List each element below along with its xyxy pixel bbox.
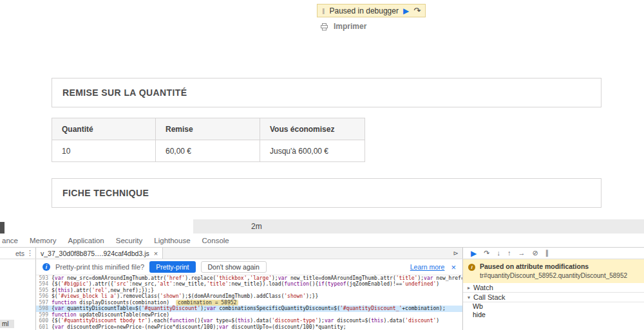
- print-label: Imprimer: [334, 22, 366, 31]
- pause-icon: ∥: [322, 8, 325, 14]
- column-header: Remise: [156, 118, 260, 140]
- column-header: Quantité: [52, 118, 156, 140]
- code-text: $(this).attr('rel',new_href);});}: [52, 288, 462, 293]
- more-options-icon[interactable]: ⋮: [26, 249, 33, 257]
- paused-label: Paused in debugger: [330, 6, 399, 15]
- devtools-tab-application[interactable]: Application: [62, 237, 109, 244]
- watch-section-header[interactable]: ▸ Watch: [463, 283, 644, 293]
- datasheet-section-heading-box: FICHE TECHNIQUE: [52, 178, 601, 208]
- editor-tabstrip: v_37_30d0f8b875….924caf4dbd3.js × ⊳: [36, 248, 462, 259]
- code-text: {$('#quantityDiscount tbody tr').each(fu…: [52, 318, 462, 324]
- line-number[interactable]: 595: [36, 288, 52, 293]
- step-out-icon[interactable]: ↑: [507, 250, 511, 257]
- call-stack-item[interactable]: hide: [463, 311, 644, 319]
- watch-label: Watch: [473, 284, 493, 291]
- step-over-icon[interactable]: ↷: [484, 250, 489, 257]
- pause-on-exceptions-icon[interactable]: ∥: [545, 250, 549, 257]
- navigator-cut-tab[interactable]: ets: [15, 250, 24, 257]
- code-line[interactable]: 593{var new_src=domAAroundImgThumb.attr(…: [36, 275, 462, 281]
- call-stack-section-header[interactable]: ▾ Call Stack: [463, 293, 644, 302]
- column-header: Vous économisez: [260, 118, 365, 140]
- code-line[interactable]: 601{var discountedPrice=newPrice-(newPri…: [36, 324, 462, 330]
- print-link[interactable]: Imprimer: [320, 22, 366, 31]
- call-stack-list: Wbhide: [463, 302, 644, 319]
- devtools-tab-lighthouse[interactable]: Lighthouse: [148, 237, 196, 244]
- line-number[interactable]: 601: [36, 324, 52, 330]
- devtools-tab-performance[interactable]: ance: [0, 237, 24, 244]
- close-icon[interactable]: ×: [451, 262, 456, 272]
- code-text: {var new_src=domAAroundImgThumb.attr('hr…: [52, 275, 462, 281]
- code-line[interactable]: 597function displayDiscounts(combination…: [36, 300, 462, 306]
- close-icon[interactable]: ×: [154, 250, 158, 257]
- learn-more-link[interactable]: Learn more: [410, 263, 445, 271]
- code-line[interactable]: 600{$('#quantityDiscount tbody tr').each…: [36, 318, 462, 324]
- pretty-print-infobar: i Pretty-print this minified file? Prett…: [36, 259, 462, 275]
- discount-table-header-row: QuantitéRemiseVous économisez: [52, 118, 365, 140]
- devtools-panel: anceMemoryApplicationSecurityLighthouseC…: [0, 234, 644, 330]
- table-cell: Jusqu'à 600,00 €: [260, 140, 365, 162]
- resume-icon[interactable]: ▶: [471, 250, 477, 257]
- line-number[interactable]: 598: [36, 306, 52, 311]
- devtools-tabbar: anceMemoryApplicationSecurityLighthouseC…: [0, 234, 644, 248]
- code-editor: 593{var new_src=domAAroundImgThumb.attr(…: [36, 275, 462, 330]
- datasheet-row: 2m: [193, 219, 644, 234]
- file-tab-label: v_37_30d0f8b875….924caf4dbd3.js: [41, 250, 149, 257]
- devtools-tab-memory[interactable]: Memory: [24, 237, 62, 244]
- line-number[interactable]: 597: [36, 300, 52, 306]
- line-number[interactable]: 600: [36, 318, 52, 324]
- code-text: function updateDiscountTable(newPrice): [52, 312, 462, 318]
- paused-banner: i Paused on attribute modifications tr#q…: [463, 259, 644, 283]
- devtools-tab-console[interactable]: Console: [196, 237, 235, 244]
- code-lines: 593{var new_src=domAAroundImgThumb.attr(…: [36, 275, 462, 330]
- dont-show-again-button[interactable]: Don't show again: [201, 261, 267, 273]
- paused-in-debugger-bar: ∥ Paused in debugger ▶ ↷: [317, 4, 426, 17]
- printer-icon: [320, 23, 328, 31]
- code-line[interactable]: 596$('#views_block li a').removeClass('s…: [36, 293, 462, 299]
- call-stack-item[interactable]: Wb: [463, 302, 644, 311]
- paused-banner-detail: tr#quantityDiscount_58952.quantityDiscou…: [480, 272, 639, 279]
- step-into-icon[interactable]: ↓: [497, 250, 500, 257]
- code-text: $('#views_block li a').removeClass('show…: [52, 293, 462, 299]
- table-cell: 60,00 €: [156, 140, 260, 162]
- chevron-right-icon: ▸: [468, 285, 470, 291]
- code-text: {var quantityDiscountTable=$('#quantityD…: [52, 306, 462, 311]
- pretty-print-button[interactable]: Pretty-print: [149, 261, 195, 273]
- info-icon: i: [43, 263, 50, 271]
- panel-toggle-icon[interactable]: ⊳: [453, 250, 459, 257]
- deactivate-breakpoints-icon[interactable]: ⊘: [532, 250, 538, 257]
- discount-section-heading-box: REMISE SUR LA QUANTITÉ: [52, 78, 601, 107]
- datasheet-section-title: FICHE TECHNIQUE: [62, 188, 149, 198]
- file-tab[interactable]: v_37_30d0f8b875….924caf4dbd3.js ×: [36, 248, 163, 259]
- discount-table: QuantitéRemiseVous économisez 1060,00 €J…: [52, 118, 365, 162]
- discount-table-body: 1060,00 €Jusqu'à 600,00 €: [52, 140, 365, 162]
- code-text: {var discountedPrice=newPrice-(newPrice*…: [52, 324, 462, 330]
- line-number[interactable]: 594: [36, 281, 52, 287]
- line-number[interactable]: 593: [36, 275, 52, 281]
- infobar-message: Pretty-print this minified file?: [55, 263, 144, 271]
- code-line[interactable]: 595$(this).attr('rel',new_href);});}: [36, 288, 462, 293]
- step-icon[interactable]: →: [518, 250, 525, 257]
- chevron-down-icon: ▾: [468, 295, 470, 300]
- table-row: 1060,00 €Jusqu'à 600,00 €: [52, 140, 365, 162]
- code-line[interactable]: 594{$('#bigpic').attr({'src':new_src,'al…: [36, 281, 462, 287]
- code-line[interactable]: 598{var quantityDiscountTable=$('#quanti…: [36, 306, 462, 311]
- paused-banner-title: Paused on attribute modifications: [480, 262, 639, 270]
- debugger-sidebar: i Paused on attribute modifications tr#q…: [462, 259, 644, 330]
- step-over-icon[interactable]: ↷: [413, 6, 421, 15]
- table-cell: 10: [52, 140, 156, 162]
- navigator-header: ets ⋮: [0, 248, 36, 259]
- resume-icon[interactable]: ▶: [403, 6, 409, 15]
- line-number[interactable]: 596: [36, 293, 52, 299]
- code-text: {$('#bigpic').attr({'src':new_src,'alt':…: [52, 281, 462, 287]
- call-stack-label: Call Stack: [473, 293, 506, 301]
- navigator-pane: ml: [0, 259, 36, 330]
- paused-info-icon: i: [468, 264, 475, 271]
- debugger-toolbar: ▶↷↓↑→⊘∥: [462, 248, 644, 259]
- devtools-window-corner: [0, 222, 193, 234]
- line-number[interactable]: 599: [36, 312, 52, 318]
- navigator-file-item[interactable]: ml: [0, 320, 14, 328]
- datasheet-value: 2m: [251, 222, 262, 231]
- devtools-tab-security[interactable]: Security: [110, 237, 149, 244]
- code-line[interactable]: 599function updateDiscountTable(newPrice…: [36, 312, 462, 318]
- code-text: function displayDiscounts(combination) c…: [52, 300, 462, 306]
